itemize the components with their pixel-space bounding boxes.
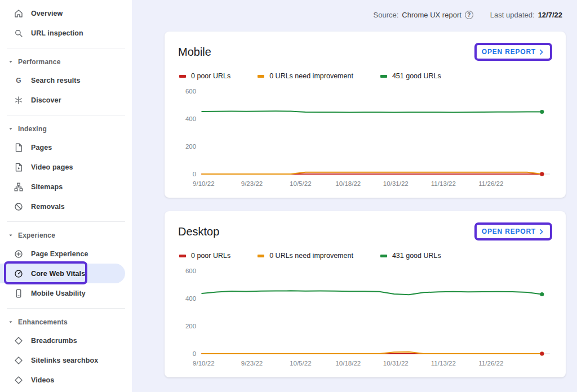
sidebar-section-label: Indexing [18,125,47,133]
svg-text:10/18/22: 10/18/22 [335,360,361,367]
legend-label: 431 good URLs [392,252,441,260]
mobile-line-chart: 02004006009/10/229/23/2210/5/2210/18/221… [178,83,552,190]
legend-item-need-improvement: 0 URLs need improvement [258,72,353,80]
svg-text:9/23/22: 9/23/22 [241,360,263,367]
sidebar-item-sitemaps[interactable]: Sitemaps [0,177,132,197]
svg-text:10/5/22: 10/5/22 [290,360,312,367]
sidebar-item-breadcrumbs[interactable]: Breadcrumbs [0,331,132,350]
sidebar-item-removals[interactable]: Removals [0,197,132,216]
enhancement-diamond-icon [14,336,24,346]
legend-item-good: 431 good URLs [380,252,441,260]
sidebar-divider [7,48,125,48]
report-meta-bar: Source: Chrome UX report ? Last updated:… [165,0,577,21]
svg-text:600: 600 [185,88,196,95]
svg-text:10/5/22: 10/5/22 [290,180,312,187]
sidebar-item-label: Sitelinks searchbox [31,357,98,364]
video-pages-icon [14,162,24,172]
open-report-label: OPEN REPORT [482,48,536,56]
svg-text:10/31/22: 10/31/22 [383,360,409,367]
sidebar-item-label: URL inspection [31,29,83,37]
sidebar-item-video-pages[interactable]: Video pages [0,157,132,177]
sidebar-item-overview[interactable]: Overview [0,3,132,23]
last-updated-label: Last updated: [490,11,535,19]
legend-swatch-need-improvement [258,255,264,257]
legend-swatch-poor [179,255,186,257]
enhancement-diamond-icon [14,375,24,385]
chevron-right-icon [538,228,545,235]
legend-swatch-good [380,75,387,78]
svg-text:10/18/22: 10/18/22 [335,180,361,187]
chart-legend: 0 poor URLs 0 URLs need improvement 431 … [179,252,552,260]
card-header: Desktop OPEN REPORT [178,219,552,244]
svg-text:11/13/22: 11/13/22 [431,180,456,187]
sidebar-item-pages[interactable]: Pages [0,137,132,157]
page-experience-icon [14,249,24,259]
svg-text:400: 400 [185,115,196,122]
sidebar-item-label: Removals [31,203,65,211]
sidebar-item-url-inspection[interactable]: URL inspection [0,23,132,43]
enhancement-diamond-icon [14,355,24,366]
search-results-icon: G [14,75,24,86]
removals-icon [14,202,24,212]
sidebar-item-label: Overview [31,10,63,17]
sitemaps-icon [14,182,24,192]
pages-icon [14,142,24,153]
chevron-down-icon [7,232,14,239]
card-title: Mobile [178,46,211,59]
svg-text:600: 600 [185,268,196,274]
sidebar-item-sitelinks-searchbox[interactable]: Sitelinks searchbox [0,350,132,370]
last-updated-value: 12/7/22 [538,11,562,19]
sidebar-section-enhancements[interactable]: Enhancements [0,314,132,331]
legend-item-good: 451 good URLs [380,72,441,80]
sidebar-item-core-web-vitals[interactable]: Core Web Vitals [0,264,125,283]
sidebar-item-label: Videos [31,376,54,384]
sidebar-section-label: Experience [18,231,55,239]
annotation-open-report-highlight: OPEN REPORT [474,43,552,61]
help-icon[interactable]: ? [465,11,473,19]
open-report-button[interactable]: OPEN REPORT [482,228,545,235]
svg-text:11/13/22: 11/13/22 [431,360,456,367]
sidebar-item-search-results[interactable]: G Search results [0,70,132,90]
svg-text:200: 200 [185,143,196,150]
svg-text:0: 0 [193,350,196,357]
sidebar-section-experience[interactable]: Experience [0,227,132,244]
sidebar-section-indexing[interactable]: Indexing [0,121,132,137]
sidebar-item-label: Sitemaps [31,183,63,191]
svg-text:9/23/22: 9/23/22 [241,180,263,187]
legend-swatch-need-improvement [258,75,264,78]
legend-label: 451 good URLs [392,72,441,80]
svg-text:9/10/22: 9/10/22 [193,180,215,187]
main-content: Source: Chrome UX report ? Last updated:… [132,0,577,392]
sidebar-item-mobile-usability[interactable]: Mobile Usability [0,283,132,303]
sidebar-item-videos[interactable]: Videos [0,370,132,390]
svg-text:0: 0 [193,171,196,177]
desktop-report-card: Desktop OPEN REPORT 0 poor URLs 0 URLs n… [165,211,566,377]
core-web-vitals-icon [14,269,24,279]
sidebar-item-discover[interactable]: Discover [0,90,132,110]
sidebar-divider [7,221,125,222]
search-icon [14,28,24,38]
card-title: Desktop [178,225,219,238]
sidebar: Overview URL inspection Performance G Se… [0,0,132,392]
legend-label: 0 poor URLs [191,252,230,260]
svg-text:G: G [16,76,21,84]
chevron-down-icon [7,319,14,326]
sidebar-item-label: Discover [31,96,61,104]
open-report-button[interactable]: OPEN REPORT [482,48,545,56]
svg-text:11/26/22: 11/26/22 [478,360,503,367]
sidebar-item-page-experience[interactable]: Page Experience [0,244,132,264]
cards-container: Mobile OPEN REPORT 0 poor URLs 0 URLs ne… [165,32,566,377]
svg-text:9/10/22: 9/10/22 [193,360,215,367]
chevron-right-icon [538,48,545,56]
legend-item-poor: 0 poor URLs [179,252,230,260]
sidebar-section-label: Enhancements [18,318,68,326]
open-report-label: OPEN REPORT [482,228,536,235]
legend-label: 0 URLs need improvement [269,252,353,260]
desktop-line-chart: 02004006009/10/229/23/2210/5/2210/18/221… [178,263,552,369]
chevron-down-icon [7,126,14,132]
chart-legend: 0 poor URLs 0 URLs need improvement 451 … [179,72,552,80]
svg-text:10/31/22: 10/31/22 [383,180,409,187]
discover-icon [14,95,24,105]
sidebar-section-performance[interactable]: Performance [0,54,132,70]
sidebar-divider [7,115,125,115]
